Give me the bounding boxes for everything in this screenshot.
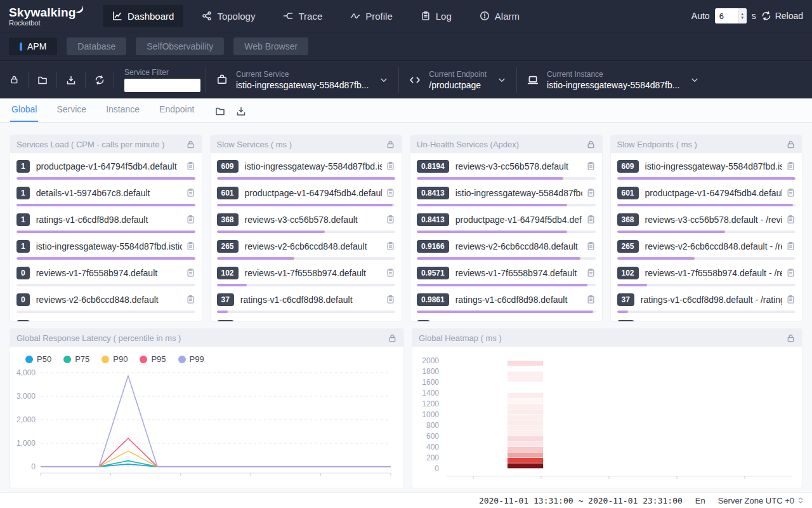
tab-endpoint[interactable]: Endpoint	[158, 104, 195, 122]
metric-row[interactable]: 102 reviews-v1-7f6558b974.default	[211, 260, 402, 286]
copy-icon[interactable]	[786, 215, 796, 224]
copy-icon[interactable]	[386, 295, 395, 304]
metric-row[interactable]: 1 details-v1-5974b67c8.default	[410, 313, 602, 321]
panel-header: Global Heatmap ( ms )	[412, 329, 802, 347]
metric-row[interactable]: 1 productpage-v1-64794f5db4.default	[10, 153, 202, 180]
copy-icon[interactable]	[786, 295, 796, 304]
copy-icon[interactable]	[386, 215, 395, 224]
download-icon[interactable]	[236, 106, 246, 116]
tab-service[interactable]: Service	[55, 104, 88, 122]
copy-icon[interactable]	[586, 241, 596, 251]
time-range-picker[interactable]: 2020-11-01 13:31:00 ~ 2020-11-01 23:31:0…	[479, 496, 683, 505]
metric-row[interactable]: 368 reviews-v3-cc56b578.default - /revie…	[611, 206, 802, 233]
nav-item-dashboard[interactable]: Dashboard	[103, 5, 183, 27]
selector-current-service[interactable]: Current Service istio-ingressgateway-558…	[206, 67, 398, 93]
nav-item-log[interactable]: Log	[411, 5, 461, 27]
metric-row[interactable]: 24 details-v1-5974b67c8.default	[211, 313, 402, 321]
metric-row[interactable]: 609 istio-ingressgateway-5584d87fbd.isti…	[211, 153, 402, 180]
value-badge: 601	[217, 187, 239, 199]
log-icon	[421, 11, 431, 21]
copy-icon[interactable]	[386, 188, 395, 197]
metric-row[interactable]: 37 ratings-v1-c6cdf8d98.default - /ratin…	[611, 286, 802, 313]
row-name: reviews-v1-7f6558b974.default	[36, 268, 182, 278]
copy-icon[interactable]	[786, 188, 796, 197]
dashboard-tab-apm[interactable]: APM	[9, 37, 57, 55]
dashboard-tab-selfobservability[interactable]: SelfObservability	[136, 37, 224, 55]
metric-row[interactable]: 265 reviews-v2-6cb6ccd848.default - /rev…	[611, 233, 802, 260]
value-badge: 601	[617, 187, 639, 199]
copy-icon[interactable]	[186, 268, 195, 277]
selector-current-endpoint[interactable]: Current Endpoint /productpage	[398, 67, 516, 93]
metric-row[interactable]: 37 ratings-v1-c6cdf8d98.default	[211, 286, 402, 313]
dashboard-tab-web-browser[interactable]: Web Browser	[233, 37, 308, 55]
legend-p90[interactable]: P90	[102, 354, 128, 364]
metric-row[interactable]: 0.8413 istio-ingressgateway-5584d87fbd..…	[410, 180, 602, 206]
selector-value: istio-ingressgateway-5584d87fb...	[547, 80, 679, 90]
copy-icon[interactable]	[586, 295, 596, 304]
metric-row[interactable]: 0 reviews-v2-6cb6ccd848.default	[10, 286, 202, 313]
toolbar-folder-button[interactable]	[29, 75, 56, 85]
legend-p95[interactable]: P95	[140, 354, 166, 364]
copy-icon[interactable]	[786, 161, 796, 171]
metric-row[interactable]: 1 ratings-v1-c6cdf8d98.default	[10, 206, 202, 233]
reload-button[interactable]: Reload	[761, 11, 803, 21]
metric-row[interactable]: 0 reviews-v1-7f6558b974.default	[10, 260, 202, 286]
legend-p50[interactable]: P50	[25, 354, 51, 364]
spinner-arrows-icon[interactable]	[797, 497, 804, 504]
nav-item-profile[interactable]: Profile	[341, 5, 402, 27]
copy-icon[interactable]	[786, 268, 796, 277]
copy-icon[interactable]	[386, 241, 395, 251]
selector-current-instance[interactable]: Current Instance istio-ingressgateway-55…	[516, 67, 709, 93]
copy-icon[interactable]	[386, 268, 395, 277]
copy-icon[interactable]	[186, 161, 195, 171]
service-filter-input[interactable]	[124, 79, 200, 92]
copy-icon[interactable]	[586, 161, 596, 171]
metric-row[interactable]: 609 istio-ingressgateway-5584d87fbd.isti…	[611, 153, 802, 180]
nav-item-topology[interactable]: Topology	[192, 5, 265, 27]
auto-interval-input[interactable]: 6 ▲▼	[715, 8, 747, 23]
metric-row[interactable]: 1 istio-ingressgateway-5584d87fbd.istio-…	[10, 233, 202, 260]
skywalking-logo[interactable]: Skywalking Rocketbot	[9, 6, 93, 27]
copy-icon[interactable]	[186, 188, 195, 197]
metric-row[interactable]: 601 productpage-v1-64794f5db4.default ..…	[611, 180, 802, 206]
toolbar-download-button[interactable]	[57, 75, 85, 85]
language-toggle[interactable]: En	[695, 496, 705, 505]
toolbar-lock-button[interactable]	[0, 75, 28, 84]
svg-text:1600: 1600	[422, 378, 439, 387]
spinner-arrows-icon[interactable]: ▲▼	[738, 8, 747, 23]
metric-row[interactable]: 265 reviews-v2-6cb6ccd848.default	[211, 233, 402, 260]
metric-row[interactable]: 0.9571 reviews-v1-7f6558b974.default	[410, 260, 602, 286]
toolbar-refresh-button[interactable]	[86, 75, 114, 85]
legend-p75[interactable]: P75	[63, 354, 89, 364]
tab-global[interactable]: Global	[10, 104, 38, 122]
copy-icon[interactable]	[186, 215, 195, 224]
server-zone-control[interactable]: Server Zone UTC +0	[718, 496, 804, 505]
dashboard-tab-database[interactable]: Database	[67, 37, 126, 55]
legend-p99[interactable]: P99	[178, 354, 204, 364]
metric-row[interactable]: 0.8413 productpage-v1-64794f5db4.default	[410, 206, 602, 233]
metric-row[interactable]: 0.9861 ratings-v1-c6cdf8d98.default	[410, 286, 602, 313]
nav-item-alarm[interactable]: Alarm	[470, 5, 529, 27]
metric-row[interactable]: 0 reviews-v3-cc56b578.default	[10, 313, 202, 321]
metric-row[interactable]: 0.9166 reviews-v2-6cb6ccd848.default	[410, 233, 602, 260]
copy-icon[interactable]	[586, 215, 596, 224]
metric-row[interactable]: 24 details-v1-5974b67c8.default - /detai…	[611, 313, 802, 321]
copy-icon[interactable]	[386, 161, 395, 171]
metric-row[interactable]: 368 reviews-v3-cc56b578.default	[211, 206, 402, 233]
folder-icon[interactable]	[215, 106, 225, 116]
divider	[114, 72, 114, 88]
copy-icon[interactable]	[586, 188, 596, 197]
metric-row[interactable]: 102 reviews-v1-7f6558b974.default - /rev…	[611, 260, 802, 286]
panel-header: Global Response Latency ( percentile in …	[10, 329, 403, 347]
tab-instance[interactable]: Instance	[105, 104, 141, 122]
copy-icon[interactable]	[586, 268, 596, 277]
metric-row[interactable]: 1 details-v1-5974b67c8.default	[10, 180, 202, 206]
metric-row[interactable]: 0.8194 reviews-v3-cc56b578.default	[410, 153, 602, 180]
panel-title: Slow Endpoints ( ms )	[617, 140, 697, 149]
copy-icon[interactable]	[786, 241, 796, 251]
copy-icon[interactable]	[186, 295, 195, 304]
metric-row[interactable]: 601 productpage-v1-64794f5db4.default	[211, 180, 402, 206]
nav-item-trace[interactable]: Trace	[273, 5, 332, 27]
lock-icon	[186, 140, 195, 149]
copy-icon[interactable]	[186, 241, 195, 251]
